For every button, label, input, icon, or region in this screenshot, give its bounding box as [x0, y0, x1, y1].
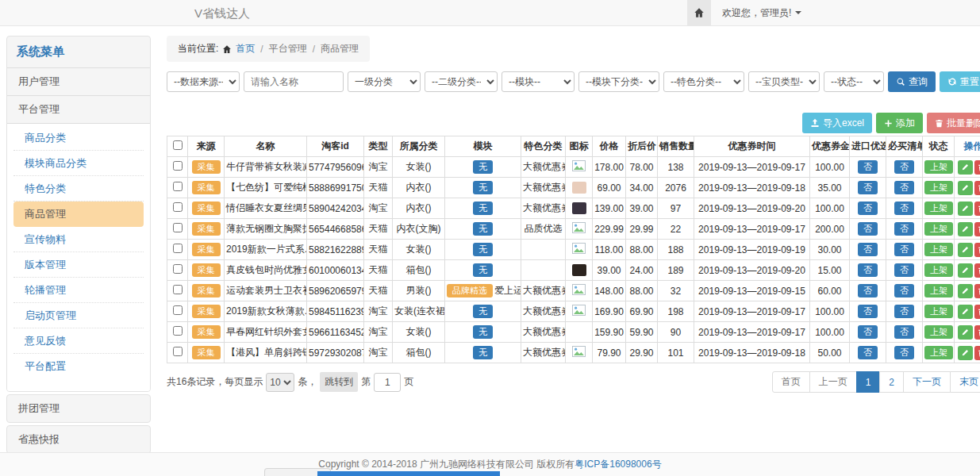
- sidebar-group-platform[interactable]: 平台管理: [7, 95, 150, 123]
- must-buy-toggle-badge[interactable]: 否: [894, 346, 914, 359]
- sidebar-item-模块商品分类[interactable]: 模块商品分类: [13, 151, 144, 176]
- edit-button[interactable]: [958, 346, 973, 360]
- edit-button[interactable]: [958, 325, 973, 340]
- sidebar-item-特色分类[interactable]: 特色分类: [13, 176, 144, 202]
- filter-select-2[interactable]: 一级分类: [348, 71, 421, 92]
- must-buy-toggle-badge[interactable]: 否: [894, 305, 914, 318]
- row-checkbox[interactable]: [173, 326, 183, 336]
- row-checkbox[interactable]: [173, 285, 183, 294]
- status-badge[interactable]: 上架: [924, 263, 953, 277]
- status-badge[interactable]: 上架: [924, 181, 953, 194]
- status-badge[interactable]: 上架: [924, 284, 953, 298]
- row-checkbox[interactable]: [173, 264, 183, 274]
- row-checkbox[interactable]: [173, 305, 183, 315]
- import-toggle-badge[interactable]: 否: [858, 263, 878, 277]
- select-all-checkbox[interactable]: [173, 140, 183, 150]
- sidebar-item-意见反馈[interactable]: 意见反馈: [13, 328, 144, 354]
- import-toggle-badge[interactable]: 否: [858, 222, 878, 236]
- jump-page-input[interactable]: [374, 373, 401, 392]
- import-toggle-badge[interactable]: 否: [858, 181, 878, 194]
- import-toggle-badge[interactable]: 否: [858, 325, 878, 339]
- delete-button[interactable]: [974, 325, 980, 340]
- delete-button[interactable]: [974, 263, 980, 278]
- status-badge[interactable]: 上架: [924, 202, 953, 215]
- delete-button[interactable]: [974, 346, 980, 360]
- import-toggle-badge[interactable]: 否: [858, 243, 878, 256]
- must-buy-toggle-badge[interactable]: 否: [894, 202, 914, 215]
- sidebar-group-省惠快报[interactable]: 省惠快报: [6, 425, 151, 454]
- must-buy-toggle-badge[interactable]: 否: [894, 181, 914, 194]
- sidebar-group-users[interactable]: 用户管理: [7, 67, 150, 95]
- sidebar-item-商品分类[interactable]: 商品分类: [13, 125, 144, 151]
- sidebar-item-版本管理[interactable]: 版本管理: [13, 252, 144, 278]
- status-badge[interactable]: 上架: [924, 243, 953, 256]
- import-excel-button[interactable]: 导入excel: [802, 113, 872, 133]
- sidebar-item-启动页管理[interactable]: 启动页管理: [13, 303, 144, 328]
- search-button[interactable]: 查询: [888, 71, 936, 92]
- row-checkbox[interactable]: [173, 223, 183, 232]
- import-toggle-badge[interactable]: 否: [858, 284, 878, 298]
- sidebar-item-平台配置[interactable]: 平台配置: [13, 354, 144, 378]
- sidebar-group-拼团管理[interactable]: 拼团管理: [6, 394, 151, 423]
- edit-button[interactable]: [958, 243, 973, 257]
- home-button[interactable]: [687, 0, 711, 25]
- edit-button[interactable]: [958, 263, 973, 278]
- edit-button[interactable]: [958, 181, 973, 195]
- status-badge[interactable]: 上架: [924, 346, 953, 359]
- delete-button[interactable]: [974, 284, 980, 298]
- icp-link[interactable]: 粤ICP备16098006号: [575, 458, 661, 471]
- must-buy-toggle-badge[interactable]: 否: [894, 160, 914, 174]
- status-badge[interactable]: 上架: [924, 325, 953, 339]
- pager-button-首页[interactable]: 首页: [772, 371, 810, 393]
- row-checkbox[interactable]: [173, 202, 183, 212]
- sidebar-item-商品管理[interactable]: 商品管理: [13, 202, 144, 227]
- edit-button[interactable]: [958, 202, 973, 216]
- pager-button-2[interactable]: 2: [879, 371, 904, 393]
- pager-button-1[interactable]: 1: [856, 371, 881, 393]
- row-checkbox[interactable]: [173, 347, 183, 356]
- row-checkbox[interactable]: [173, 244, 183, 253]
- status-badge[interactable]: 上架: [924, 305, 953, 318]
- delete-button[interactable]: [974, 181, 980, 195]
- must-buy-toggle-badge[interactable]: 否: [894, 243, 914, 256]
- import-toggle-badge[interactable]: 否: [858, 202, 878, 215]
- delete-button[interactable]: [974, 222, 980, 236]
- jump-button[interactable]: 跳转到: [320, 372, 358, 392]
- filter-select-5[interactable]: --模块下分类--: [578, 71, 659, 92]
- must-buy-toggle-badge[interactable]: 否: [894, 263, 914, 277]
- sidebar-item-轮播管理[interactable]: 轮播管理: [13, 278, 144, 303]
- import-toggle-badge[interactable]: 否: [858, 160, 878, 174]
- must-buy-toggle-badge[interactable]: 否: [894, 222, 914, 236]
- batch-delete-button[interactable]: 批量删除: [927, 113, 980, 133]
- filter-select-1[interactable]: --数据来源--: [167, 71, 240, 92]
- row-checkbox[interactable]: [173, 182, 183, 191]
- filter-select-3[interactable]: --二级分类--: [425, 71, 498, 92]
- user-menu[interactable]: 欢迎您，管理员!: [722, 6, 801, 20]
- edit-button[interactable]: [958, 160, 973, 175]
- import-toggle-badge[interactable]: 否: [858, 305, 878, 318]
- import-toggle-badge[interactable]: 否: [858, 346, 878, 359]
- delete-button[interactable]: [974, 305, 980, 319]
- must-buy-toggle-badge[interactable]: 否: [894, 284, 914, 298]
- pager-button-下一页[interactable]: 下一页: [903, 371, 951, 393]
- row-checkbox[interactable]: [173, 161, 183, 171]
- edit-button[interactable]: [958, 284, 973, 298]
- status-badge[interactable]: 上架: [924, 160, 953, 174]
- must-buy-toggle-badge[interactable]: 否: [894, 325, 914, 339]
- page-size-select[interactable]: 10: [266, 373, 294, 392]
- filter-select-8[interactable]: --状态--: [824, 71, 884, 92]
- breadcrumb-home-link[interactable]: 首页: [236, 42, 255, 56]
- delete-button[interactable]: [974, 202, 980, 216]
- add-button[interactable]: 添加: [876, 113, 923, 133]
- filter-select-4[interactable]: --模块--: [502, 71, 575, 92]
- delete-button[interactable]: [974, 243, 980, 257]
- reset-button[interactable]: 重置: [940, 71, 980, 92]
- filter-select-7[interactable]: --宝贝类型--: [748, 71, 820, 92]
- pager-button-上一页[interactable]: 上一页: [809, 371, 857, 393]
- status-badge[interactable]: 上架: [924, 222, 953, 236]
- name-input[interactable]: [244, 71, 344, 92]
- pager-button-末页[interactable]: 末页: [950, 371, 980, 393]
- edit-button[interactable]: [958, 305, 973, 319]
- edit-button[interactable]: [958, 222, 973, 236]
- sidebar-item-宣传物料[interactable]: 宣传物料: [13, 227, 144, 252]
